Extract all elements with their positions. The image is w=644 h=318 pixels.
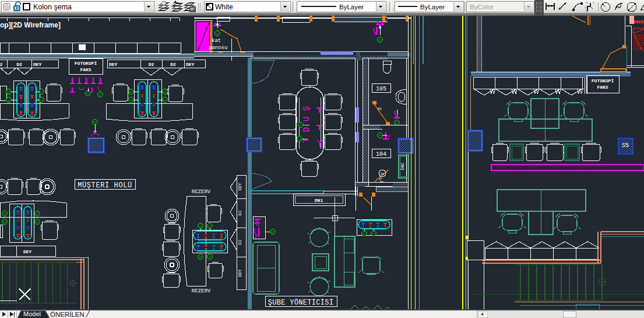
svg-text:DEY: DEY [186, 62, 195, 67]
svg-text:DEY: DEY [109, 62, 118, 67]
svg-text:S5: S5 [622, 142, 629, 149]
svg-text:y: y [585, 5, 586, 9]
svg-text:FAKS: FAKS [80, 67, 91, 72]
svg-text:op][2D Wireframe]: op][2D Wireframe] [0, 21, 61, 29]
svg-text:DEY: DEY [33, 62, 42, 67]
svg-text:x: x [593, 1, 594, 4]
svg-text:DN1: DN1 [315, 198, 323, 203]
svg-text:kat: kat [212, 38, 221, 44]
svg-text:ÖNERİLEN: ÖNERİLEN [50, 311, 85, 318]
svg-text:D: D [302, 127, 311, 132]
svg-text:FAKS: FAKS [597, 85, 608, 90]
svg-text:DN2: DN2 [400, 163, 405, 170]
svg-text:REZERV: REZERV [192, 189, 211, 195]
svg-text:ByLayer: ByLayer [420, 4, 445, 11]
svg-text:105: 105 [376, 86, 386, 92]
svg-text:ŞUBE YÖNETİCİSİ: ŞUBE YÖNETİCİSİ [268, 298, 334, 307]
svg-text:DEY: DEY [23, 249, 32, 254]
svg-text:ByLayer: ByLayer [339, 4, 364, 11]
svg-text:panosu: panosu [209, 45, 227, 51]
svg-text:FOTOKOPİ: FOTOKOPİ [75, 61, 97, 66]
svg-text:DEY: DEY [238, 269, 242, 277]
svg-text:D2: D2 [170, 62, 176, 67]
svg-text:FOTOKOPİ: FOTOKOPİ [592, 78, 614, 83]
svg-text:2: 2 [0, 62, 3, 67]
svg-text:D2: D2 [16, 62, 22, 67]
svg-text:D1: D1 [381, 173, 384, 176]
svg-text:White: White [215, 3, 233, 11]
svg-text:Ş: Ş [302, 106, 311, 111]
svg-text:U: U [302, 117, 311, 121]
svg-text:REZERV: REZERV [192, 288, 211, 294]
svg-text:DEY: DEY [238, 183, 242, 190]
svg-text:D2: D2 [238, 240, 242, 244]
svg-text:ByColor: ByColor [470, 4, 494, 11]
svg-text:MÜŞTERİ HOLÜ: MÜŞTERİ HOLÜ [78, 181, 132, 190]
svg-text:104: 104 [376, 151, 386, 158]
svg-text:D1: D1 [378, 107, 382, 111]
svg-text:D2: D2 [238, 211, 242, 215]
svg-text:Kolon şema: Kolon şema [33, 3, 72, 11]
svg-text:D2: D2 [149, 62, 154, 67]
svg-text:T: T [302, 138, 311, 142]
svg-text:Model: Model [23, 310, 41, 317]
